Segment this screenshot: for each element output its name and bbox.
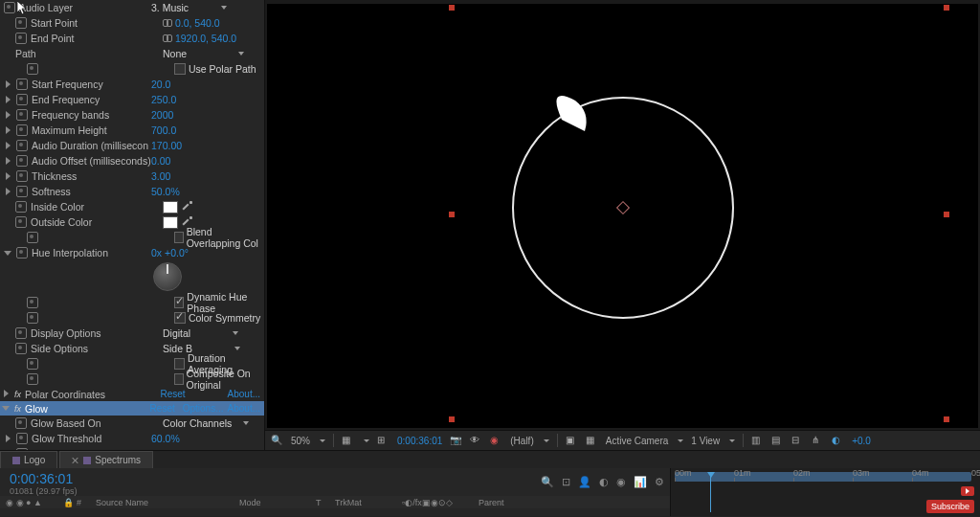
reset-link[interactable]: Reset [150, 403, 175, 414]
stopwatch-icon[interactable] [27, 63, 38, 75]
prop-frequency-bands[interactable]: Frequency bands 2000 [0, 107, 264, 123]
checkbox[interactable] [174, 297, 184, 308]
snapshot-icon[interactable]: 📷 [450, 435, 462, 447]
col-mode[interactable]: Mode [239, 498, 316, 507]
prop-value[interactable]: 60.0% [151, 433, 180, 444]
motion-blur-icon[interactable]: ◉ [616, 476, 626, 488]
timeline-icon[interactable]: ⊟ [791, 435, 804, 447]
twirl-icon[interactable] [4, 188, 12, 196]
color-swatch[interactable] [163, 201, 178, 214]
exposure-value[interactable]: +0.0 [852, 436, 871, 446]
stopwatch-icon[interactable] [15, 33, 27, 44]
channel-icon[interactable]: ◉ [490, 435, 502, 447]
prop-composite-on-original[interactable]: Composite On Original [0, 371, 264, 387]
twirl-icon[interactable] [4, 111, 12, 120]
pixel-aspect-icon[interactable]: ▥ [751, 435, 764, 447]
prop-glow-radius[interactable]: Glow Radius 10.0 [0, 446, 264, 450]
stopwatch-icon[interactable] [27, 312, 38, 324]
prop-audio-offset[interactable]: Audio Offset (milliseconds) 0.00 [0, 153, 264, 169]
stopwatch-icon[interactable] [27, 297, 38, 308]
link-icon[interactable] [163, 19, 172, 27]
twirl-icon[interactable] [4, 142, 12, 150]
stopwatch-icon[interactable] [4, 2, 15, 13]
col-t[interactable]: T [316, 498, 335, 507]
col-trkmat[interactable]: TrkMat [335, 498, 402, 507]
twirl-icon[interactable] [2, 390, 11, 398]
col-number[interactable]: # [77, 498, 96, 507]
color-swatch[interactable] [163, 216, 178, 229]
comp-flow-icon[interactable]: ⋔ [812, 435, 824, 447]
dropdown[interactable]: None [163, 48, 244, 59]
twirl-icon[interactable] [2, 404, 11, 413]
twirl-icon[interactable] [4, 80, 12, 89]
stopwatch-icon[interactable] [15, 343, 27, 354]
exposure-reset-icon[interactable]: ◐ [832, 435, 844, 447]
comp-mini-icon[interactable]: ⊡ [562, 476, 570, 488]
brainstorm-icon[interactable]: ⚙ [655, 476, 664, 488]
stopwatch-icon[interactable] [16, 186, 28, 197]
selection-handle[interactable] [944, 416, 949, 422]
fast-preview-icon[interactable]: ▤ [771, 435, 784, 447]
prop-value[interactable]: 0.0, 540.0 [175, 17, 220, 29]
shy-icon[interactable]: 👤 [578, 476, 591, 488]
prop-dynamic-hue[interactable]: Dynamic Hue Phase [0, 295, 264, 310]
dropdown[interactable]: 3. Music [151, 2, 227, 13]
stopwatch-icon[interactable] [15, 17, 27, 29]
search-icon[interactable]: 🔍 [541, 476, 554, 488]
checkbox[interactable] [174, 373, 184, 385]
prop-thickness[interactable]: Thickness 3.00 [0, 169, 264, 184]
prop-end-frequency[interactable]: End Frequency 250.0 [0, 92, 264, 107]
prop-inside-color[interactable]: Inside Color [0, 199, 264, 214]
col-source[interactable]: Source Name [96, 498, 239, 507]
prop-value[interactable]: 700.0 [151, 124, 176, 136]
selection-handle[interactable] [944, 212, 949, 217]
transparency-icon[interactable]: ▦ [586, 435, 598, 447]
twirl-icon[interactable] [4, 435, 12, 443]
twirl-icon[interactable] [4, 126, 12, 135]
camera-value[interactable]: Active Camera [606, 436, 669, 446]
prop-value[interactable]: 2000 [151, 109, 173, 121]
dropdown[interactable]: Color Channels [163, 417, 249, 429]
prop-softness[interactable]: Softness 50.0% [0, 184, 264, 199]
twirl-icon[interactable] [4, 249, 12, 258]
canvas[interactable] [267, 4, 978, 428]
prop-value[interactable]: 50.0% [151, 186, 180, 197]
prop-use-polar-path[interactable]: Use Polar Path [0, 61, 264, 77]
views-value[interactable]: 1 View [691, 436, 720, 446]
col-parent[interactable]: Parent [479, 498, 536, 507]
prop-value[interactable]: 1920.0, 540.0 [175, 33, 236, 44]
stopwatch-icon[interactable] [16, 109, 28, 121]
resolution-value[interactable]: (Half) [510, 436, 533, 446]
checkbox[interactable] [174, 312, 186, 324]
prop-start-point[interactable]: Start Point 0.0, 540.0 [0, 15, 264, 31]
tab-logo[interactable]: Logo [0, 451, 57, 468]
stopwatch-icon[interactable] [16, 433, 28, 444]
stopwatch-icon[interactable] [16, 94, 28, 105]
timeline-timecode[interactable]: 0:00:36:01 [0, 468, 124, 486]
stopwatch-icon[interactable] [16, 170, 28, 182]
about-link[interactable]: About... [228, 403, 260, 414]
stopwatch-icon[interactable] [16, 140, 28, 151]
prop-display-options[interactable]: Display Options Digital [0, 326, 264, 341]
magnify-icon[interactable]: 🔍 [271, 435, 283, 447]
selection-handle[interactable] [449, 5, 455, 11]
stopwatch-icon[interactable] [15, 327, 27, 339]
prop-value[interactable]: 10.0 [151, 448, 170, 450]
checkbox[interactable] [174, 358, 185, 370]
dropdown[interactable]: Digital [163, 327, 238, 339]
prop-value[interactable]: 3.00 [151, 170, 170, 182]
twirl-icon[interactable] [4, 96, 12, 104]
link-icon[interactable] [163, 34, 172, 42]
prop-audio-duration[interactable]: Audio Duration (millisecon 170.00 [0, 138, 264, 153]
prop-maximum-height[interactable]: Maximum Height 700.0 [0, 123, 264, 138]
stopwatch-icon[interactable] [27, 232, 38, 243]
selection-handle[interactable] [944, 5, 949, 11]
prop-color-symmetry[interactable]: Color Symmetry [0, 310, 264, 326]
prop-value[interactable]: 170.00 [151, 140, 182, 151]
stopwatch-icon[interactable] [15, 417, 27, 429]
stopwatch-icon[interactable] [16, 448, 28, 450]
checkbox[interactable] [174, 232, 184, 243]
twirl-icon[interactable] [4, 172, 12, 181]
stopwatch-icon[interactable] [27, 373, 38, 385]
resolution-icon[interactable]: ▦ [342, 435, 354, 447]
